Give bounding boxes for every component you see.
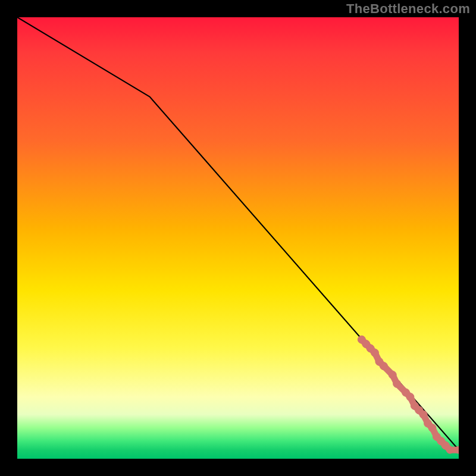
chart-marker [393,380,401,387]
chart-marker-group [358,336,459,453]
chart-marker [428,424,436,432]
chart-marker [389,371,396,379]
chart-marker [446,446,453,453]
chart-frame: TheBottleneck.com [0,0,476,476]
chart-marker [371,349,379,356]
chart-marker [380,362,387,370]
chart-curve-line [17,17,459,450]
watermark-text: TheBottleneck.com [346,1,470,17]
chart-marker [406,393,414,401]
chart-marker [419,411,427,418]
chart-overlay-svg [17,17,459,459]
